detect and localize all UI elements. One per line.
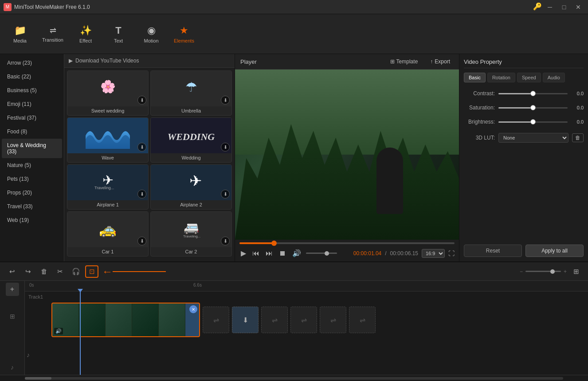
prev-button[interactable]: ⏮ [251, 248, 261, 259]
minimize-button[interactable]: ─ [544, 2, 556, 12]
toolbar-transition[interactable]: ⇌ Transition [36, 16, 69, 52]
cat-pets[interactable]: Pets (13) [2, 172, 62, 186]
close-button[interactable]: ✕ [572, 2, 584, 12]
video-clip-1[interactable]: 🔊 ✕ [51, 303, 200, 337]
sweet-wedding-svg: 🌸 [94, 78, 121, 100]
download-youtube-label: Download YouTube Videos [75, 58, 139, 64]
player-area: Player ⊞ Template ↑ Export [235, 54, 459, 261]
element-airplane2[interactable]: ✈ ⬇ Airplane 2 [150, 164, 232, 210]
transition-slot-3[interactable]: ⇌ [261, 307, 288, 333]
toolbar-text[interactable]: T Text [102, 16, 135, 52]
element-wave[interactable]: ⬇ Wave [67, 117, 149, 163]
playhead[interactable] [80, 292, 81, 375]
delete-clip-button[interactable]: 🗑 [37, 265, 51, 278]
cat-travel[interactable]: Travel (33) [2, 200, 62, 213]
element-umbrella-thumb: ☂ ⬇ [151, 71, 231, 106]
airplane2-download: ⬇ [221, 190, 230, 198]
player-toolbar: Player ⊞ Template ↑ Export [235, 54, 459, 70]
tab-audio[interactable]: Audio [543, 73, 565, 82]
cat-emoji[interactable]: Emoji (11) [2, 97, 62, 111]
download-youtube-bar[interactable]: ▶ Download YouTube Videos [64, 54, 235, 68]
tab-basic[interactable]: Basic [464, 73, 486, 82]
element-sweet-wedding[interactable]: 🌸 ⬇ Sweet wedding [67, 70, 149, 116]
volume-slider[interactable] [306, 253, 337, 254]
element-airplane1[interactable]: ✈ Traveling... ⬇ Airplane 1 [67, 164, 149, 210]
reset-button[interactable]: Reset [464, 245, 522, 257]
tab-rotation[interactable]: Rotation [487, 73, 515, 82]
clip-frame-4 [132, 303, 159, 336]
transition-slot-4[interactable]: ⇌ [290, 307, 317, 333]
restore-button[interactable]: □ [558, 2, 570, 12]
svg-text:Traveling...: Traveling... [94, 186, 114, 190]
toolbar-elements[interactable]: ★ Elements [168, 16, 200, 52]
element-car2[interactable]: 🚐 Traveling... ⬇ Car 2 [150, 211, 232, 257]
play-button[interactable]: ▶ [239, 248, 247, 259]
progress-thumb[interactable] [271, 241, 277, 246]
volume-button[interactable]: 🔊 [291, 248, 302, 259]
video-container: NATURE [235, 70, 459, 240]
toolbar-media[interactable]: 📁 Media [4, 16, 36, 52]
aspect-ratio-select[interactable]: 16:9 9:16 4:3 1:1 [422, 249, 445, 258]
toolbar-motion[interactable]: ◉ Motion [135, 16, 168, 52]
horizontal-scrollbar[interactable] [25, 377, 563, 380]
cut-button[interactable]: ✂ [53, 265, 67, 278]
svg-text:🌸: 🌸 [100, 79, 116, 94]
sweet-wedding-label: Sweet wedding [67, 106, 148, 115]
zoom-slider[interactable] [525, 271, 561, 272]
contrast-label: Contrast: [464, 90, 495, 97]
add-track-button[interactable]: + [6, 283, 19, 296]
cat-basic[interactable]: Basic (22) [2, 70, 62, 83]
transition-slot-6[interactable]: ⇌ [349, 307, 376, 333]
audio-track: ♪ [25, 344, 588, 366]
tab-speed[interactable]: Speed [517, 73, 541, 82]
template-button[interactable]: ⊞ Template [387, 57, 422, 66]
fit-button[interactable]: ⊞ [569, 265, 583, 278]
toolbar-effect-label: Effect [79, 38, 92, 43]
lut-delete-button[interactable]: 🗑 [572, 133, 584, 142]
saturation-slider[interactable] [498, 107, 568, 109]
redo-button[interactable]: ↪ [21, 265, 35, 278]
controls-left: ▶ ⏮ ⏭ ⏹ 🔊 [239, 248, 337, 259]
crop-button[interactable]: ⊡ [85, 265, 98, 278]
cat-love-wedding[interactable]: Love & Wedding (33) [2, 139, 62, 158]
toolbar-effect[interactable]: ✨ Effect [69, 16, 102, 52]
transition-icon: ⇌ [50, 26, 56, 35]
stop-button[interactable]: ⏹ [278, 248, 287, 259]
contrast-slider[interactable] [498, 93, 568, 94]
transition-slot-2[interactable]: ⬇ [232, 307, 259, 333]
element-airplane2-thumb: ✈ ⬇ [151, 165, 231, 200]
download-youtube-icon: ▶ [69, 58, 73, 64]
scrollbar-thumb[interactable] [25, 377, 51, 380]
export-button[interactable]: ↑ Export [427, 57, 454, 66]
cat-web[interactable]: Web (19) [2, 214, 62, 227]
element-car1[interactable]: 🚕 ⬇ Car 1 [67, 211, 149, 257]
apply-all-button[interactable]: Apply to all [525, 245, 584, 257]
zoom-in-icon: + [564, 268, 567, 275]
brightness-label: Brightness: [464, 119, 495, 125]
element-umbrella[interactable]: ☂ ⬇ Umbrella [150, 70, 232, 116]
cat-business[interactable]: Business (5) [2, 84, 62, 97]
undo-button[interactable]: ↩ [5, 265, 19, 278]
transition-slot-1[interactable]: ⇌ [203, 307, 229, 333]
cat-arrow[interactable]: Arrow (23) [2, 56, 62, 70]
template-icon: ⊞ [390, 58, 395, 65]
lut-select[interactable]: None Vivid Cool Warm Cinema [498, 133, 568, 143]
progress-bar[interactable] [239, 242, 455, 244]
element-car1-thumb: 🚕 ⬇ [67, 212, 148, 247]
fullscreen-button[interactable]: ⛶ [448, 250, 455, 257]
cat-festival[interactable]: Festival (37) [2, 111, 62, 124]
car2-download: ⬇ [221, 237, 230, 245]
transition-slot-5[interactable]: ⇌ [320, 307, 346, 333]
next-button[interactable]: ⏭ [264, 248, 274, 259]
audio-button[interactable]: 🎧 [69, 265, 82, 278]
timeline-right[interactable]: 0s 6.6s Track1 [25, 281, 588, 375]
crop-area: ⊡ ← [85, 265, 166, 278]
clip-delete-button[interactable]: ✕ [189, 305, 197, 313]
element-wedding[interactable]: WEDDING ⬇ Wedding [150, 117, 232, 163]
cat-nature[interactable]: Nature (5) [2, 159, 62, 172]
elements-scroll-area: 🌸 ⬇ Sweet wedding ☂ ⬇ Umbrella [64, 68, 235, 259]
cat-food[interactable]: Food (8) [2, 125, 62, 138]
controls-row: ▶ ⏮ ⏭ ⏹ 🔊 00:00:01.04 / 00:00:06.15 16:9… [239, 248, 455, 259]
brightness-slider[interactable] [498, 121, 568, 123]
cat-props[interactable]: Props (20) [2, 186, 62, 199]
